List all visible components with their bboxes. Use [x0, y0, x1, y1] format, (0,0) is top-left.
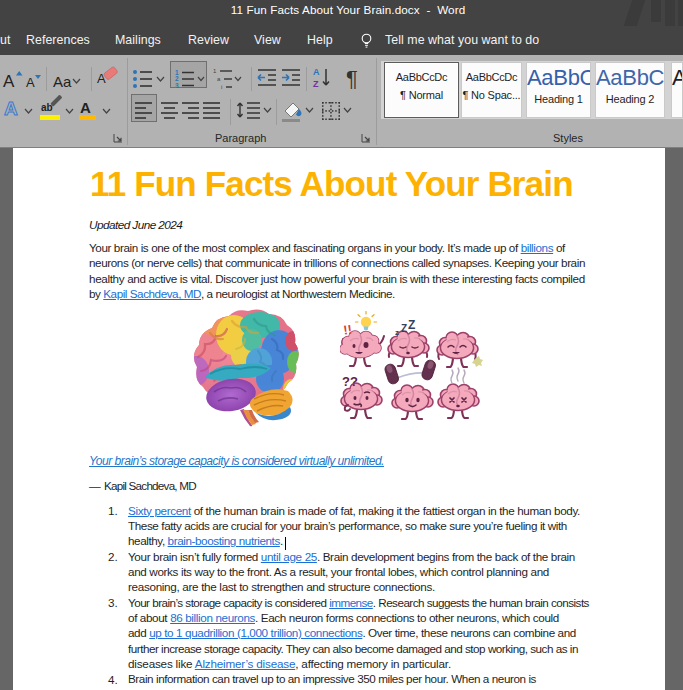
- svg-text:A: A: [3, 72, 15, 91]
- svg-text:A: A: [4, 98, 18, 119]
- svg-text:Aa: Aa: [53, 73, 72, 90]
- svg-text:A: A: [26, 75, 35, 90]
- svg-text:z: z: [395, 328, 399, 337]
- svg-text:a: a: [217, 76, 221, 82]
- svg-text:1: 1: [213, 68, 217, 74]
- svg-text:3: 3: [175, 82, 179, 89]
- svg-text:A: A: [313, 67, 320, 77]
- svg-text:Z: Z: [313, 79, 319, 89]
- svg-text:A: A: [80, 99, 91, 116]
- svg-text:i: i: [221, 84, 222, 90]
- svg-text:Z: Z: [401, 323, 407, 334]
- svg-text:¶: ¶: [346, 66, 358, 91]
- svg-text:Z: Z: [408, 318, 415, 332]
- svg-text:??: ??: [342, 374, 358, 389]
- svg-text:!!: !!: [342, 322, 353, 338]
